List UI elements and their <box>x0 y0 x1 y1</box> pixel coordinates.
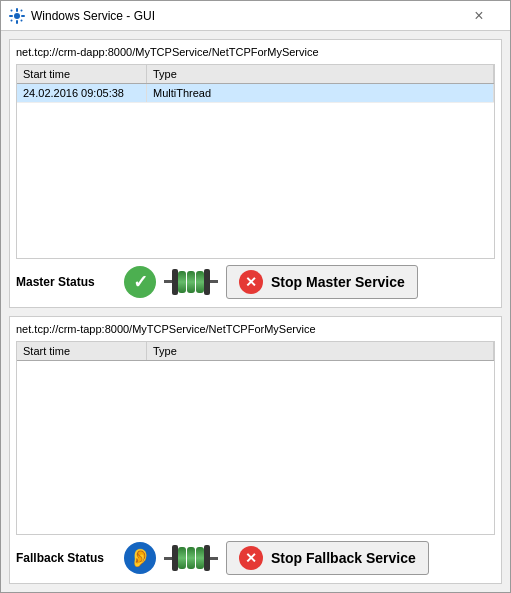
master-table-body: 24.02.2016 09:05:38 MultiThread <box>17 84 494 184</box>
fallback-table-container: Start time Type <box>16 341 495 536</box>
fallback-table-header: Start time Type <box>17 342 494 361</box>
close-button[interactable]: × <box>456 1 502 31</box>
svg-rect-2 <box>16 20 18 24</box>
stop-master-button[interactable]: Stop Master Service <box>226 265 418 299</box>
title-bar: Windows Service - GUI × <box>1 1 510 31</box>
svg-rect-4 <box>21 15 25 17</box>
master-status-bar: Master Status Stop Master Ser <box>16 259 495 301</box>
svg-rect-1 <box>16 8 18 12</box>
master-table-container: Start time Type 24.02.2016 09:05:38 Mult… <box>16 64 495 259</box>
fallback-table-body <box>17 361 494 461</box>
title-bar-text: Windows Service - GUI <box>31 9 456 23</box>
master-col-starttime: Start time <box>17 65 147 83</box>
fallback-status-bar: Fallback Status 👂 Stop Fallba <box>16 535 495 577</box>
svg-rect-3 <box>9 15 13 17</box>
fallback-col-type: Type <box>147 342 494 360</box>
cell-type: MultiThread <box>147 84 494 102</box>
stop-fallback-button[interactable]: Stop Fallback Service <box>226 541 429 575</box>
svg-point-0 <box>14 13 20 19</box>
svg-rect-7 <box>10 19 13 22</box>
fallback-status-label: Fallback Status <box>16 551 116 565</box>
fallback-col-starttime: Start time <box>17 342 147 360</box>
app-icon <box>9 8 25 24</box>
master-col-type: Type <box>147 65 494 83</box>
svg-rect-5 <box>10 9 13 12</box>
fallback-service-panel: net.tcp://crm-tapp:8000/MyTCPService/Net… <box>9 316 502 585</box>
svg-rect-6 <box>20 9 23 12</box>
table-row: 24.02.2016 09:05:38 MultiThread <box>17 84 494 103</box>
cell-starttime: 24.02.2016 09:05:38 <box>17 84 147 102</box>
master-status-label: Master Status <box>16 275 116 289</box>
stop-fallback-label: Stop Fallback Service <box>271 550 416 566</box>
master-table-header: Start time Type <box>17 65 494 84</box>
stop-master-label: Stop Master Service <box>271 274 405 290</box>
stop-master-icon <box>239 270 263 294</box>
master-service-panel: net.tcp://crm-dapp:8000/MyTCPService/Net… <box>9 39 502 308</box>
master-check-icon <box>124 266 156 298</box>
fallback-connector-icon <box>164 545 218 571</box>
svg-rect-8 <box>20 19 23 22</box>
master-url: net.tcp://crm-dapp:8000/MyTCPService/Net… <box>16 46 495 58</box>
main-window: Windows Service - GUI × net.tcp://crm-da… <box>0 0 511 593</box>
window-content: net.tcp://crm-dapp:8000/MyTCPService/Net… <box>1 31 510 592</box>
fallback-url: net.tcp://crm-tapp:8000/MyTCPService/Net… <box>16 323 495 335</box>
stop-fallback-icon <box>239 546 263 570</box>
master-connector-icon <box>164 269 218 295</box>
fallback-ear-icon: 👂 <box>124 542 156 574</box>
